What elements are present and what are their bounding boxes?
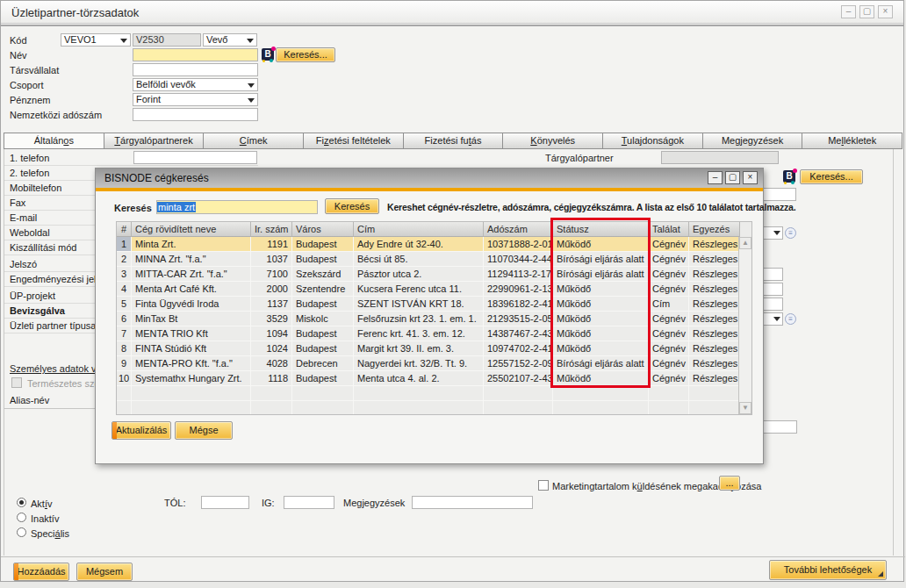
cell: Működő bbox=[553, 282, 649, 297]
maximize-icon[interactable]: ▢ bbox=[859, 5, 874, 18]
tab-megjegyzesek[interactable]: Megjegyzések bbox=[703, 133, 803, 149]
cell: 1094 bbox=[251, 326, 292, 341]
update-button[interactable]: Aktualizálás bbox=[111, 421, 171, 440]
edit-circle-icon[interactable]: ≡ bbox=[785, 227, 796, 239]
column-header[interactable]: Város bbox=[292, 222, 354, 237]
personal-data-link[interactable]: Személyes adatok vé bbox=[10, 363, 102, 374]
search-hint: Kereshet cégnév-részletre, adószámra, cé… bbox=[387, 202, 795, 212]
sidebar-label: Kiszállítási mód bbox=[10, 242, 76, 253]
partner-type-combo[interactable]: Vevő bbox=[203, 33, 257, 47]
tab-mellekletek[interactable]: Mellékletek bbox=[802, 133, 902, 149]
intl-taxid-input[interactable] bbox=[133, 108, 258, 121]
chevron-down-icon bbox=[773, 231, 780, 235]
scroll-down-icon[interactable]: ▼ bbox=[739, 402, 751, 414]
from-input[interactable] bbox=[201, 496, 249, 509]
table-row-7[interactable]: 7MENTA TRIO Kft1094BudapestFerenc krt. 4… bbox=[117, 326, 751, 341]
column-header[interactable]: Találat bbox=[649, 222, 689, 237]
cell: 1 bbox=[117, 237, 132, 252]
code-label: Kód bbox=[10, 35, 27, 46]
radio-label-inaktiv: Inaktív bbox=[31, 513, 59, 524]
add-button[interactable]: Hozzáadás bbox=[13, 563, 69, 581]
content-right-border bbox=[893, 149, 894, 556]
group-combo[interactable]: Belföldi vevők bbox=[133, 78, 258, 91]
tab-cimek[interactable]: Címek bbox=[204, 133, 304, 149]
table-row-8[interactable]: 8FINTA Stúdió Kft1024BudapestMargit krt … bbox=[117, 341, 751, 356]
cell bbox=[689, 386, 740, 401]
edit-circle-icon[interactable]: ≡ bbox=[785, 313, 796, 325]
ellipsis-button[interactable]: ... bbox=[719, 476, 740, 491]
close-icon[interactable]: × bbox=[878, 5, 893, 18]
column-header[interactable]: Státusz bbox=[553, 222, 649, 237]
cell: Részleges bbox=[689, 326, 740, 341]
table-row-10[interactable]: 10Systemathx Hungary Zrt.1118BudapestMen… bbox=[117, 371, 751, 386]
cell: 18396182-2-41 bbox=[484, 297, 553, 312]
close-icon[interactable]: × bbox=[743, 171, 758, 184]
radio-aktiv[interactable] bbox=[17, 498, 26, 507]
cell: 11294113-2-17 bbox=[484, 267, 553, 282]
table-row-4[interactable]: 4Menta Art Café Kft.2000SzentendreKucser… bbox=[117, 282, 751, 297]
tab-fizetesi-feltetelek[interactable]: Fizetési feltételek bbox=[304, 133, 404, 149]
bisnode-icon[interactable]: B bbox=[783, 170, 795, 183]
column-header[interactable]: # bbox=[117, 222, 132, 237]
cell bbox=[251, 401, 292, 415]
cell: 9 bbox=[117, 356, 132, 371]
table-row-1[interactable]: 1Minta Zrt.1191BudapestAdy Endre út 32-4… bbox=[117, 237, 751, 252]
cell bbox=[553, 401, 649, 415]
currency-combo[interactable]: Forint bbox=[133, 93, 258, 106]
bisnode-icon[interactable]: B bbox=[262, 48, 274, 61]
cell: Menta utca 4. al. 2. bbox=[354, 371, 484, 386]
column-header[interactable]: Ir. szám bbox=[251, 222, 292, 237]
cell: 1118 bbox=[251, 371, 292, 386]
tab-konyveles[interactable]: Könyvelés bbox=[503, 133, 603, 149]
remarks-label: Megjegyzések bbox=[343, 498, 405, 508]
selected-text: minta zrt bbox=[157, 202, 196, 212]
column-header[interactable]: Cím bbox=[354, 222, 484, 237]
phone1-input[interactable] bbox=[133, 151, 257, 164]
sidebar-label: E-mail bbox=[10, 212, 37, 223]
remarks-input[interactable] bbox=[412, 496, 533, 509]
column-header[interactable]: Adószám bbox=[484, 222, 553, 237]
sidebar-label: Fax bbox=[10, 197, 25, 208]
tab-tulajdonsagok[interactable]: Tulajdonságok bbox=[603, 133, 703, 149]
marketing-checkbox[interactable] bbox=[538, 480, 549, 491]
more-options-button[interactable]: További lehetőségek bbox=[769, 560, 887, 580]
table-row-3[interactable]: 3MITTA-CAR Zrt. "f.a."7100SzekszárdPászt… bbox=[117, 267, 751, 282]
right-search-button[interactable]: Keresés... bbox=[800, 169, 863, 184]
minimize-icon[interactable]: – bbox=[708, 171, 723, 184]
cell: Budapest bbox=[292, 341, 354, 356]
table-row-2[interactable]: 2MINNA Zrt. "f.a."1037BudapestBécsi út 8… bbox=[117, 252, 751, 267]
maximize-icon[interactable]: ▢ bbox=[725, 171, 740, 184]
column-header[interactable]: Egyezés bbox=[689, 222, 740, 237]
table-row-9[interactable]: 9MENTA-PRO Kft. "f.a."4028DebrecenNagyer… bbox=[117, 356, 751, 371]
minimize-icon[interactable]: – bbox=[841, 5, 856, 18]
cell: Részleges bbox=[689, 356, 740, 371]
name-input[interactable] bbox=[133, 48, 258, 61]
scroll-up-icon[interactable]: ▲ bbox=[739, 237, 751, 249]
corner-triangle-icon bbox=[878, 571, 883, 577]
cancel-button[interactable]: Mégsem bbox=[76, 563, 133, 581]
cell: Részleges bbox=[689, 282, 740, 297]
sidebar-label: Bevizsgálva bbox=[10, 305, 65, 316]
radio-inaktiv[interactable] bbox=[17, 513, 26, 522]
sidebar-label: Mobiltelefon bbox=[10, 183, 61, 193]
search-input[interactable]: minta zrt bbox=[156, 200, 318, 214]
name-search-button[interactable]: Keresés... bbox=[276, 47, 335, 62]
table-row-5[interactable]: 5Finta Ügyvédi Iroda1137BudapestSZENT IS… bbox=[117, 297, 751, 312]
radio-specialis[interactable] bbox=[17, 527, 26, 537]
chevron-down-icon bbox=[773, 317, 780, 321]
tab-targyalopartnerek[interactable]: Tárgyalópartnerek bbox=[104, 133, 205, 149]
table-scrollbar[interactable]: ▲ ▼ bbox=[738, 237, 751, 414]
cell bbox=[649, 401, 689, 415]
column-header[interactable]: Cég rövidített neve bbox=[132, 222, 251, 237]
sidebar-label: Üzleti partner típusa bbox=[10, 320, 96, 331]
table-row-6[interactable]: 6MinTax Bt3529MiskolcFelsőruzsin krt 23.… bbox=[117, 312, 751, 326]
tab-fizetesi-futas[interactable]: Fizetési futás bbox=[404, 133, 504, 149]
to-input[interactable] bbox=[284, 496, 334, 509]
dialog-cancel-button[interactable]: Mégse bbox=[175, 421, 233, 440]
cell bbox=[649, 386, 689, 401]
empty-table-row bbox=[117, 386, 751, 401]
tab-altalanos[interactable]: Általános bbox=[4, 133, 104, 149]
affiliate-input[interactable] bbox=[133, 63, 258, 76]
search-button[interactable]: Keresés bbox=[325, 198, 379, 214]
code-combo[interactable]: VEVO1 bbox=[61, 33, 131, 47]
